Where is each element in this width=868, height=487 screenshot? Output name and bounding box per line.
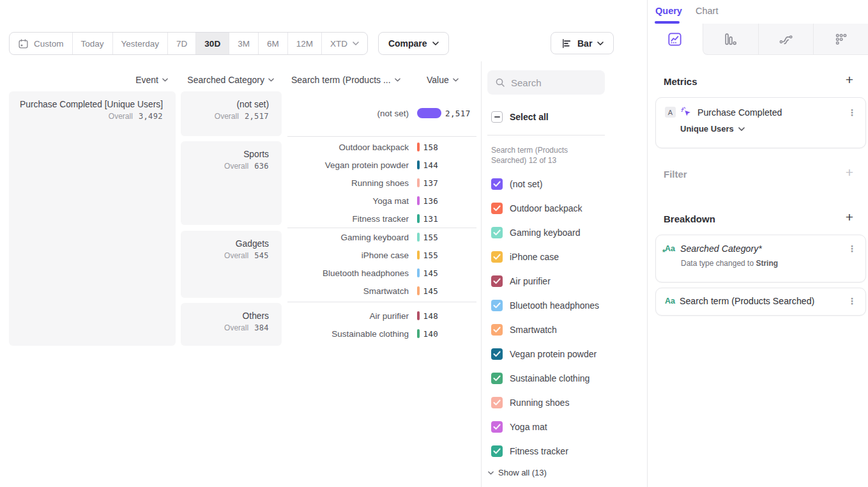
- legend-item[interactable]: Vegan protein powder: [491, 348, 599, 360]
- overall-label: Overall: [224, 162, 248, 171]
- date-range-30d[interactable]: 30D: [195, 33, 229, 54]
- overall-value: 2,517: [245, 112, 269, 121]
- series-checkbox[interactable]: [491, 300, 503, 311]
- check-icon: [493, 229, 501, 236]
- series-checkbox[interactable]: [491, 227, 503, 238]
- series-checkbox[interactable]: [491, 397, 503, 408]
- column-header-search-term[interactable]: Search term (Products ...: [291, 73, 400, 86]
- legend-item-label: iPhone case: [510, 252, 559, 262]
- check-icon: [493, 254, 501, 260]
- date-range-xtd[interactable]: XTD: [321, 33, 367, 54]
- value-bar: [417, 143, 420, 151]
- add-breakdown-button[interactable]: +: [842, 210, 857, 224]
- column-header-event[interactable]: Event: [9, 73, 176, 86]
- tab-query[interactable]: Query: [655, 6, 682, 16]
- column-header-searched-category[interactable]: Searched Category: [181, 73, 282, 86]
- view-tab-funnels[interactable]: [703, 24, 758, 55]
- add-metric-button[interactable]: +: [842, 73, 857, 87]
- view-tab-retention[interactable]: [813, 24, 868, 55]
- check-icon: [493, 181, 501, 187]
- breakdown-note: Data type changed to String: [656, 259, 865, 268]
- chart-type-label: Bar: [577, 38, 592, 49]
- column-header-event-label: Event: [135, 75, 158, 85]
- legend-item[interactable]: Outdoor backpack: [491, 202, 599, 215]
- compare-button[interactable]: Compare: [378, 32, 449, 55]
- series-checkbox[interactable]: [491, 445, 503, 457]
- query-panel: Query Chart: [647, 0, 868, 487]
- legend-item[interactable]: Gaming keyboard: [491, 226, 599, 239]
- metric-series-badge: A: [665, 107, 676, 118]
- legend-item[interactable]: Sustainable clothing: [491, 372, 599, 385]
- add-filter-button[interactable]: +: [842, 166, 857, 180]
- event-overall: Overall 3,492: [14, 112, 163, 121]
- column-header-value[interactable]: Value: [427, 73, 459, 86]
- legend-item[interactable]: Bluetooth headphones: [491, 299, 599, 312]
- breakdown-card-searched-category[interactable]: Aa* Searched Category* ⋮ Data type chang…: [655, 235, 866, 282]
- date-range-3m[interactable]: 3M: [229, 33, 258, 54]
- term-label: (not set): [287, 109, 409, 118]
- legend-search-input[interactable]: [511, 77, 594, 88]
- show-all-button[interactable]: Show all (13): [488, 468, 547, 477]
- value-bar: [417, 286, 420, 295]
- legend-item[interactable]: (not set): [491, 178, 599, 190]
- view-tab-flows[interactable]: [758, 24, 814, 55]
- aggregation-label: Unique Users: [680, 124, 734, 134]
- date-range-6m[interactable]: 6M: [258, 33, 287, 54]
- aggregation-select[interactable]: Unique Users: [656, 124, 865, 134]
- series-checkbox[interactable]: [491, 251, 503, 263]
- series-checkbox[interactable]: [491, 348, 503, 360]
- tab-chart[interactable]: Chart: [696, 6, 718, 16]
- breakdown-kebab-menu[interactable]: ⋮: [848, 297, 857, 305]
- chevron-down-icon: [597, 42, 604, 45]
- check-icon: [493, 351, 501, 357]
- term-label: Fitness tracker: [287, 214, 409, 224]
- date-range-yesterday[interactable]: Yesterday: [112, 33, 168, 54]
- breakdown-kebab-menu[interactable]: ⋮: [848, 244, 857, 253]
- chevron-down-icon: [353, 42, 359, 45]
- date-range-today[interactable]: Today: [72, 33, 112, 54]
- value-bar: [417, 196, 420, 205]
- date-range-custom[interactable]: Custom: [10, 33, 72, 54]
- term-value: 148: [423, 311, 439, 321]
- select-all-checkbox[interactable]: [491, 111, 503, 123]
- date-range-7d[interactable]: 7D: [167, 33, 195, 54]
- view-tab-insights[interactable]: [648, 24, 703, 55]
- date-range-12m[interactable]: 12M: [287, 33, 321, 54]
- chevron-down-icon: [453, 78, 459, 82]
- metric-kebab-menu[interactable]: ⋮: [848, 108, 857, 117]
- metric-card[interactable]: A Purchase Completed ⋮ Unique Users: [655, 97, 866, 148]
- term-label: Vegan protein powder: [287, 160, 409, 170]
- insights-report-page: CustomTodayYesterday7D30D3M6M12MXTD Comp…: [0, 0, 868, 487]
- series-checkbox[interactable]: [491, 203, 503, 214]
- legend-item-label: Yoga mat: [510, 422, 547, 432]
- series-checkbox[interactable]: [491, 324, 503, 336]
- term-label: Sustainable clothing: [287, 329, 409, 339]
- value-bar: [417, 178, 420, 187]
- breakdown-card-search-term[interactable]: Aa Search term (Products Searched) ⋮: [655, 288, 866, 316]
- legend-search[interactable]: [487, 70, 605, 95]
- legend-item[interactable]: Yoga mat: [491, 421, 599, 433]
- term-row: Bluetooth headphones145: [287, 266, 479, 280]
- term-label: Yoga mat: [287, 196, 409, 206]
- check-icon: [493, 448, 501, 454]
- term-value: 155: [423, 251, 439, 260]
- value-bar: [417, 311, 420, 320]
- legend-item[interactable]: iPhone case: [491, 251, 599, 263]
- category-cell: OthersOverall384: [181, 303, 282, 346]
- legend-item[interactable]: Smartwatch: [491, 323, 599, 336]
- series-checkbox[interactable]: [491, 373, 503, 384]
- term-row: Yoga mat136: [287, 194, 479, 208]
- select-all-row[interactable]: Select all: [491, 111, 549, 123]
- series-checkbox[interactable]: [491, 421, 503, 433]
- legend-item[interactable]: Running shoes: [491, 396, 599, 409]
- term-value: 137: [423, 178, 439, 188]
- legend-item-label: Vegan protein powder: [510, 349, 597, 359]
- chart-type-select[interactable]: Bar: [551, 32, 614, 54]
- term-value: 158: [423, 143, 439, 152]
- value-bar: [417, 214, 420, 223]
- chevron-down-icon: [395, 78, 400, 82]
- legend-item[interactable]: Air purifier: [491, 275, 599, 288]
- series-checkbox[interactable]: [491, 178, 503, 190]
- legend-item[interactable]: Fitness tracker: [491, 445, 599, 458]
- series-checkbox[interactable]: [491, 275, 503, 287]
